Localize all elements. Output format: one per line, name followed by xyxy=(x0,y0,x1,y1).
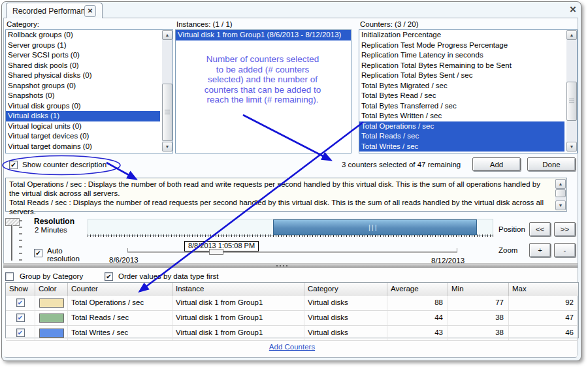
row-show-checkbox[interactable]: ✔ xyxy=(16,329,25,337)
list-item[interactable]: Total Bytes Migrated / sec xyxy=(359,81,564,91)
thumb-grip-icon xyxy=(165,110,170,114)
row-counter: Total Reads / sec xyxy=(68,311,172,325)
timeline-selected-range[interactable]: ||| xyxy=(273,219,477,235)
group-by-category-checkbox[interactable] xyxy=(5,272,14,281)
slider-tick xyxy=(19,246,22,248)
scroll-up-icon[interactable]: ▲ xyxy=(566,30,577,40)
show-counter-description-checkbox[interactable]: ✔ xyxy=(9,161,18,169)
list-item[interactable]: Replication Total Bytes Sent / sec xyxy=(359,71,564,81)
col-header-instance[interactable]: Instance xyxy=(172,283,304,296)
thumb-grip-icon xyxy=(569,99,574,103)
resolution-slider-thumb[interactable] xyxy=(5,218,20,226)
col-header-min[interactable]: Min xyxy=(448,283,509,296)
row-max: 92 xyxy=(509,296,578,310)
counters-list[interactable]: Initialization Percentage Replication Te… xyxy=(359,29,578,153)
auto-resolution-checkbox[interactable]: ✔ xyxy=(34,249,42,257)
list-item[interactable]: Virtual target devices (0) xyxy=(6,131,160,142)
table-row[interactable]: ✔ Total Reads / sec Virtual disk 1 from … xyxy=(6,311,578,326)
add-counters-link[interactable]: Add Counters xyxy=(269,343,315,351)
resolution-slider-track[interactable] xyxy=(11,225,12,261)
scroll-up-icon[interactable]: ▲ xyxy=(555,179,566,189)
table-row[interactable]: ✔ Total Writes / sec Virtual disk 1 from… xyxy=(6,326,578,341)
list-item[interactable]: Replication Time Latency in seconds xyxy=(359,50,564,61)
row-instance: Virtual disk 1 from Group1 xyxy=(172,326,304,340)
slider-tick xyxy=(19,233,22,234)
row-min: 38 xyxy=(448,311,509,325)
row-show-checkbox[interactable]: ✔ xyxy=(16,313,25,322)
row-counter: Total Operations / sec xyxy=(68,296,172,310)
selection-summary: 3 counters selected of 47 remaining xyxy=(342,161,461,168)
auto-resolution-label: Auto xyxy=(47,247,63,255)
scroll-down-icon[interactable]: ▼ xyxy=(555,201,566,210)
counters-scrollbar[interactable]: ▲ ▼ xyxy=(566,30,577,152)
scroll-down-icon[interactable]: ▼ xyxy=(162,142,172,152)
add-button[interactable]: Add xyxy=(472,157,521,171)
col-header-counter[interactable]: Counter xyxy=(68,283,172,296)
date-slider-track[interactable] xyxy=(127,251,457,253)
list-item[interactable]: Replication Total Bytes Remaining to be … xyxy=(359,61,564,71)
zoom-in-button[interactable]: + xyxy=(529,243,551,257)
position-back-button[interactable]: << xyxy=(529,222,551,236)
list-item[interactable]: Rollback groups (0) xyxy=(6,30,160,40)
row-category: Virtual disks xyxy=(304,296,387,310)
counter-description-text: Total Operations / sec : Displays the nu… xyxy=(6,178,566,216)
list-item[interactable]: Shared physical disks (0) xyxy=(6,71,160,81)
list-item-selected[interactable]: Total Operations / sec xyxy=(359,121,564,132)
row-show-checkbox[interactable]: ✔ xyxy=(16,298,25,307)
col-header-show[interactable]: Show xyxy=(6,283,35,296)
scrollbar-thumb[interactable] xyxy=(566,82,577,121)
list-item-selected[interactable]: Total Reads / sec xyxy=(359,131,564,142)
list-item[interactable]: Snapshots (0) xyxy=(6,91,160,101)
list-item[interactable]: Virtual target domains (0) xyxy=(6,142,160,152)
scrollbar-thumb[interactable] xyxy=(555,189,566,197)
range-grip-icon[interactable]: ||| xyxy=(368,223,378,231)
instances-list[interactable]: Virtual disk 1 from Group1 (8/6/2013 - 8… xyxy=(175,29,351,153)
date-slider-thumb[interactable] xyxy=(209,249,223,255)
scroll-up-icon[interactable]: ▲ xyxy=(162,30,172,40)
col-header-max[interactable]: Max xyxy=(509,283,578,296)
list-item[interactable]: Initialization Percentage xyxy=(359,30,564,40)
table-row[interactable]: ✔ Total Operations / sec Virtual disk 1 … xyxy=(6,296,578,311)
done-button[interactable]: Done xyxy=(527,157,576,171)
add-counters-row: Add Counters xyxy=(5,343,579,351)
window-close-icon[interactable]: ✕ xyxy=(568,5,578,15)
position-label: Position xyxy=(498,225,525,233)
description-scrollbar[interactable]: ▲ ▼ xyxy=(555,179,566,210)
slider-tick xyxy=(19,227,22,228)
scroll-down-icon[interactable]: ▼ xyxy=(566,142,577,152)
table-header-row: Show Color Counter Instance Category Ave… xyxy=(6,283,578,296)
list-item[interactable]: Virtual logical units (0) xyxy=(6,121,160,132)
list-item[interactable]: Total Bytes Transferred / sec xyxy=(359,101,564,112)
list-item-selected[interactable]: Virtual disks (1) xyxy=(6,111,160,121)
resolution-value: 2 Minutes xyxy=(35,226,67,234)
col-header-category[interactable]: Category xyxy=(304,283,387,296)
list-item[interactable]: Server SCSI ports (0) xyxy=(6,50,160,61)
splitter-bar[interactable] xyxy=(3,263,578,268)
tab-close-icon[interactable]: ✕ xyxy=(84,5,96,17)
list-item[interactable]: Server groups (1) xyxy=(6,40,160,51)
resolution-title: Resolution xyxy=(34,217,74,226)
col-header-average[interactable]: Average xyxy=(387,283,448,296)
list-item[interactable]: Virtual disk groups (0) xyxy=(6,101,160,112)
category-list[interactable]: Rollback groups (0) Server groups (1) Se… xyxy=(5,29,173,153)
category-label: Category: xyxy=(7,20,39,28)
row-category: Virtual disks xyxy=(304,326,387,340)
list-item-selected[interactable]: Total Writes / sec xyxy=(359,142,564,152)
category-scrollbar[interactable]: ▲ ▼ xyxy=(162,30,172,152)
order-values-checkbox[interactable]: ✔ xyxy=(105,272,113,281)
annotation-text: Number of counters selected to be added … xyxy=(181,54,344,105)
slider-tick xyxy=(19,253,22,254)
zoom-out-button[interactable]: - xyxy=(554,243,576,257)
list-item[interactable]: Replication Test Mode Progress Percentag… xyxy=(359,40,564,51)
list-item[interactable]: Shared disk pools (0) xyxy=(6,61,160,71)
position-forward-button[interactable]: >> xyxy=(554,222,576,236)
scrollbar-thumb[interactable] xyxy=(162,84,172,141)
list-item[interactable]: Snapshot groups (0) xyxy=(6,81,160,91)
order-values-label: Order values by data type first xyxy=(118,272,218,280)
list-item[interactable]: Total Bytes Written / sec xyxy=(359,111,564,121)
date-slider-end-tick xyxy=(457,248,457,252)
col-header-color[interactable]: Color xyxy=(35,283,68,296)
list-item-selected[interactable]: Virtual disk 1 from Group1 (8/6/2013 - 8… xyxy=(176,30,351,40)
tab-recorded-performance[interactable]: Recorded Performance ✕ xyxy=(6,3,103,18)
list-item[interactable]: Total Bytes Read / sec xyxy=(359,91,564,101)
